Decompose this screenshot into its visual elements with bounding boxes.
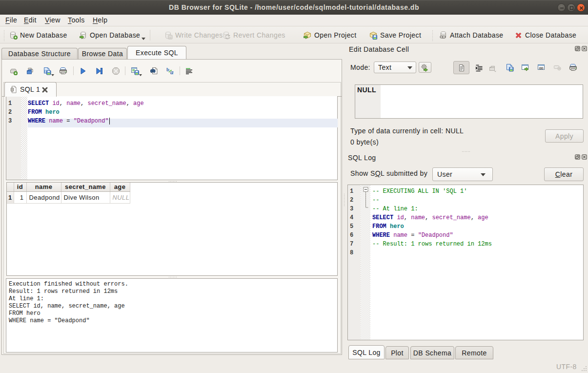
svg-text:a: a: [170, 68, 174, 75]
svg-text:b: b: [166, 67, 170, 72]
